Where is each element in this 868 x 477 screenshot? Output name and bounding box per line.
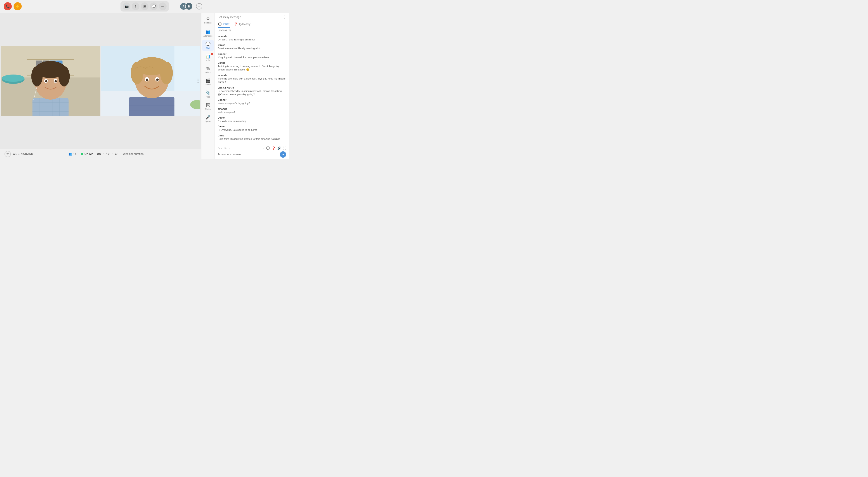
boost-button[interactable]: ⚡ [13,2,22,10]
footer-expand-icon[interactable]: ⛶ [283,146,286,150]
toolbar: 📷 🎙 ▣ 💬 ✏ [121,1,169,11]
footer-chat-icon[interactable]: 💬 [266,146,270,150]
chat-panel: ⋮ 💬 Chat ❓ Q&A only ch [215,13,289,159]
duration-label: Webinar duration [123,152,144,156]
top-bar-right: A B + [180,2,202,10]
mic-button[interactable]: 🎙 [132,2,140,10]
select-item-text[interactable]: Select item . [218,147,231,149]
screen-button[interactable]: ▣ [141,2,149,10]
chat-tool-button[interactable]: 💬 [150,2,158,10]
message-text: LOVING IT! [218,29,286,32]
person1-svg [1,46,100,116]
chat-tab-icon: 💬 [218,22,222,26]
brand: W WEBINARJAM [4,151,34,157]
person2-video [101,46,200,116]
hangup-button[interactable]: 📞 [4,2,12,10]
bottom-bar: W WEBINARJAM 👥 14 On Air 00 : 12 : 45 We… [0,149,201,159]
chat-nav-label: Chat [206,47,210,49]
top-bar: 📞 ⚡ 📷 🎙 ▣ 💬 ✏ A [0,0,289,13]
avatar-2: B [185,2,193,10]
attendees-nav-item[interactable]: 👥 Attendees [202,28,214,39]
chat-messages: charlotte KummLearning a lot today!Conne… [215,28,289,145]
message-item: ConnerIt's going well, thanks! Just suuu… [218,53,286,59]
message-author: Erik CSKartra [218,86,286,89]
icon-nav: ⚙ Settings 👥 Attendees 💬 Chat 📊 Polls [202,13,215,159]
add-participant-button[interactable]: + [196,3,202,9]
boost-icon: ⚡ [16,4,20,8]
svg-point-42 [160,62,173,84]
video-options-button[interactable] [197,78,198,83]
chat-tab-chat[interactable]: 💬 Chat [218,21,230,28]
video-slot-1 [1,46,100,116]
qa-tab-icon: ❓ [234,22,238,26]
message-item: ChrisHello from Missouri! So excited for… [218,134,286,141]
files-nav-label: Files [206,96,210,98]
polls-icon: 📊 [206,54,211,59]
message-text: Hi Everyone. So excited to be here! [218,128,286,132]
message-item: DannoTraining is amazing. Learning so mu… [218,61,286,72]
message-author: Chris [218,134,286,137]
chat-header-top: ⋮ [218,15,286,19]
videos-nav-label: Videos [205,83,211,86]
chat-input-row: ➤ [218,151,286,158]
message-author: Conner [218,53,286,55]
chat-nav-icon: 💬 [206,41,211,46]
main-content: W WEBINARJAM 👥 14 On Air 00 : 12 : 45 We… [0,13,289,159]
chat-footer: Select item . ··· 💬 ❓ 🔊 ⛶ ➤ [215,145,289,159]
more-options-icon[interactable]: ⋮ [283,15,286,19]
chat-header: ⋮ 💬 Chat ❓ Q&A only [215,13,289,28]
polls-nav-item[interactable]: 📊 Polls [202,52,214,63]
chat-tab-qa[interactable]: ❓ Q&A only [234,21,251,28]
message-item: Erik CSKartraHi everyone! My day is goin… [218,86,286,96]
footer-icons: ··· 💬 ❓ 🔊 ⛶ [261,146,286,150]
settings-label: Settings [204,22,212,24]
person2-svg [101,46,200,116]
speak-icon: 🎤 [206,115,211,120]
avatar-group: A B [180,2,193,10]
speak-nav-label: Speak [205,120,211,123]
message-item: amandaOh yas ... this training is amazin… [218,35,286,41]
footer-help-icon[interactable]: ❓ [272,146,276,150]
settings-icon: ⚙ [206,16,211,21]
slides-nav-label: Slides [205,108,211,110]
message-text: Hello from Missouri! So excited for this… [218,137,286,141]
videos-nav-item[interactable]: 🎬 Videos [202,76,214,88]
message-author: Conner [218,28,286,29]
attendees-nav-label: Attendees [203,35,213,37]
slides-nav-item[interactable]: 🖼 Slides [202,101,214,112]
svg-rect-34 [129,97,175,116]
message-text: I'm fairly new to marketing. [218,120,286,123]
comment-input[interactable] [218,153,278,156]
speak-nav-item[interactable]: 🎤 Speak [202,113,214,124]
svg-point-45 [146,78,148,81]
videos-icon: 🎬 [206,78,211,83]
top-bar-left-controls: 📞 ⚡ [4,2,22,10]
svg-rect-31 [175,46,200,91]
message-author: Danno [218,125,286,128]
files-nav-item[interactable]: 📎 Files [202,89,214,100]
message-author: amanda [218,107,286,110]
chat-nav-item[interactable]: 💬 Chat [202,40,214,51]
attendees-icon: 👥 [68,152,72,156]
settings-nav-item[interactable]: ⚙ Settings [202,14,214,26]
footer-sound-icon[interactable]: 🔊 [277,146,281,150]
message-item: amandaHello everyone! [218,107,286,114]
camera-button[interactable]: 📷 [123,2,130,10]
chat-tabs: 💬 Chat ❓ Q&A only [218,21,286,28]
chat-tab-label: Chat [223,23,229,26]
pen-button[interactable]: ✏ [159,2,166,10]
message-item: amandaIt's chilly over here with a bit o… [218,74,286,84]
right-sidebar: ⚙ Settings 👥 Attendees 💬 Chat 📊 Polls [201,13,289,159]
sticky-message-input[interactable] [218,15,283,19]
svg-point-9 [2,74,25,82]
timer: 00 : 12 : 45 [97,152,119,156]
message-author: Danno [218,61,286,64]
polls-nav-label: Polls [206,59,210,61]
attendees-icon: 👥 [206,29,211,34]
message-author: amanda [218,74,286,76]
footer-ellipsis[interactable]: ··· [261,146,264,150]
offers-nav-item[interactable]: 🛍 Offers [202,64,214,75]
chat-footer-top: Select item . ··· 💬 ❓ 🔊 ⛶ [218,146,286,150]
svg-point-27 [55,80,57,82]
send-button[interactable]: ➤ [280,151,286,158]
